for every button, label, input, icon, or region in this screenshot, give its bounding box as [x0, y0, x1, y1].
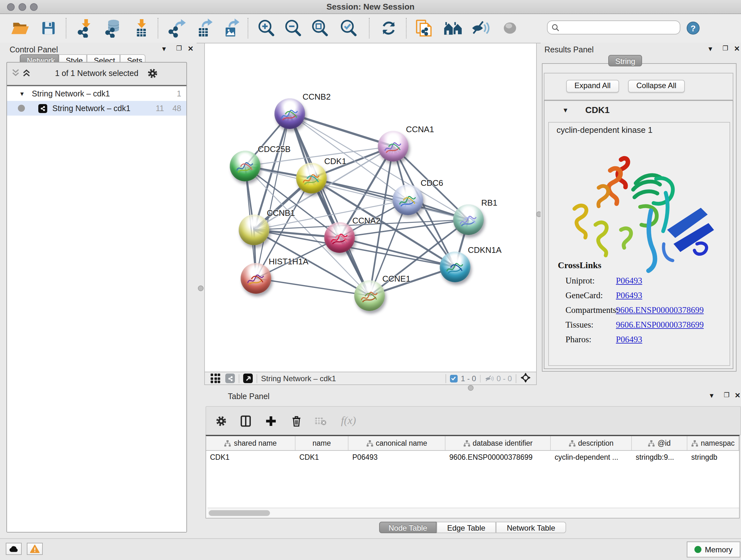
- export-table-button[interactable]: [192, 17, 215, 40]
- warning-status-button[interactable]: [27, 543, 43, 555]
- table-panel-menu-icon[interactable]: ▼: [709, 392, 715, 399]
- graph-node-CCNB1[interactable]: [239, 214, 269, 245]
- graph-node-CDKN1A[interactable]: [440, 252, 470, 282]
- cell-canonical-name[interactable]: P06493: [348, 451, 446, 465]
- crosslink-link[interactable]: P06493: [616, 276, 643, 286]
- table-panel-close-icon[interactable]: ✕: [735, 391, 740, 400]
- splitter-handle-icon[interactable]: [198, 286, 204, 291]
- tab-node-table[interactable]: Node Table: [379, 522, 436, 533]
- grid-view-icon[interactable]: [211, 374, 220, 383]
- crosslink-value: P06493: [616, 334, 643, 345]
- graph-node-CCNA1[interactable]: [378, 131, 408, 162]
- show-columns-icon[interactable]: [236, 411, 255, 430]
- tree-expand-icon[interactable]: ▼: [19, 90, 25, 97]
- splitter-handle-icon[interactable]: [468, 385, 474, 391]
- column-header-canonical-name[interactable]: canonical name: [348, 436, 446, 450]
- vertical-splitter-right[interactable]: [537, 43, 541, 391]
- footer-separator: [516, 374, 516, 383]
- column-header-database-identifier[interactable]: database identifier: [446, 436, 551, 450]
- database-icon: [104, 18, 123, 38]
- control-panel-float-icon[interactable]: ❐: [176, 45, 182, 52]
- scrollbar-thumb[interactable]: [209, 510, 270, 516]
- graph-node-RB1[interactable]: [453, 204, 484, 235]
- column-header-description[interactable]: description: [551, 436, 632, 450]
- table-panel-float-icon[interactable]: ❐: [724, 391, 730, 398]
- crosslink-link[interactable]: P06493: [616, 334, 643, 344]
- tab-edge-table[interactable]: Edge Table: [436, 522, 496, 533]
- column-header-shared-name[interactable]: shared name: [206, 436, 295, 450]
- zoom-fit-button[interactable]: [308, 17, 331, 40]
- crosslink-link[interactable]: 9606.ENSP00000378699: [616, 320, 704, 329]
- tab-network-table[interactable]: Network Table: [496, 522, 566, 533]
- save-session-button[interactable]: [37, 17, 60, 40]
- vertical-splitter-left[interactable]: [197, 43, 204, 538]
- houses-icon: [443, 18, 463, 38]
- graph-node-HIST1H1A[interactable]: [241, 263, 271, 294]
- cell-database-identifier[interactable]: 9606.ENSP00000378699: [446, 451, 551, 465]
- network-collection-row[interactable]: ▼ String Network – cdk1 1: [7, 86, 186, 101]
- horizontal-scrollbar[interactable]: [207, 508, 739, 518]
- network-row-selected[interactable]: String Network – cdk1 11 48: [7, 101, 186, 116]
- column-header--id[interactable]: @id: [632, 436, 687, 450]
- zoom-in-icon: [257, 18, 276, 38]
- zoom-selected-button[interactable]: [337, 17, 360, 40]
- search-field[interactable]: [547, 20, 680, 35]
- graph-node-CDC6[interactable]: [393, 185, 423, 215]
- share-publish-button[interactable]: [412, 17, 435, 40]
- import-network-button[interactable]: [74, 17, 97, 40]
- control-panel-close-icon[interactable]: ✕: [188, 45, 193, 53]
- results-panel-close-icon[interactable]: ✕: [734, 45, 740, 53]
- cloud-status-button[interactable]: [6, 543, 22, 555]
- hide-graphics-button[interactable]: [468, 17, 491, 40]
- export-network-button[interactable]: [165, 17, 188, 40]
- cell-name[interactable]: CDK1: [295, 451, 348, 465]
- crosslink-value: P06493: [616, 291, 643, 301]
- selected-checkbox-icon[interactable]: [450, 374, 458, 382]
- import-table-button[interactable]: [130, 17, 152, 40]
- expand-all-button[interactable]: Expand All: [566, 80, 619, 92]
- control-panel-menu-icon[interactable]: ▼: [161, 45, 167, 52]
- save-floppy-icon: [40, 19, 57, 37]
- results-panel-menu-icon[interactable]: ▼: [707, 45, 714, 52]
- refresh-view-button[interactable]: [377, 17, 400, 40]
- graph-node-CCNE1[interactable]: [354, 280, 385, 311]
- graph-node-CCNB2[interactable]: [274, 98, 305, 129]
- column-header-namespac[interactable]: namespac: [687, 436, 739, 450]
- title-bar[interactable]: Session: New Session: [0, 0, 741, 14]
- open-session-button[interactable]: [8, 17, 31, 40]
- zoom-out-button[interactable]: [281, 17, 305, 40]
- graph-node-CDK1[interactable]: [296, 163, 327, 193]
- results-panel-float-icon[interactable]: ❐: [723, 45, 728, 52]
- export-image-button[interactable]: [219, 17, 242, 40]
- table-settings-gear-icon[interactable]: [211, 411, 230, 430]
- horizontal-splitter[interactable]: [204, 384, 741, 391]
- network-canvas[interactable]: CCNB2CCNA1CDC25BCDK1CDC6RB1CCNB1CCNA2CDK…: [204, 43, 537, 372]
- delete-column-trash-icon[interactable]: [286, 411, 306, 430]
- memory-button[interactable]: Memory: [687, 542, 740, 557]
- footer-separator: [446, 374, 446, 383]
- crosslink-link[interactable]: P06493: [616, 291, 643, 300]
- crosslink-link[interactable]: 9606.ENSP00000378699: [616, 305, 704, 315]
- search-input[interactable]: [560, 22, 680, 33]
- cell--id[interactable]: stringdb:9...: [632, 451, 687, 465]
- cell-namespac[interactable]: stringdb: [687, 451, 739, 465]
- table-row[interactable]: CDK1CDK1P064939606.ENSP00000378699cyclin…: [206, 451, 739, 465]
- tree-options-gear-icon[interactable]: [147, 68, 158, 82]
- collapse-all-button[interactable]: Collapse All: [628, 80, 684, 92]
- help-button[interactable]: ?: [684, 19, 702, 37]
- section-collapse-icon[interactable]: ▼: [562, 107, 569, 114]
- graph-node-CDC25B[interactable]: [230, 151, 260, 181]
- node-position-crosshair-icon[interactable]: [520, 372, 531, 385]
- network-type-share-icon[interactable]: [225, 374, 235, 383]
- graph-node-CCNA2[interactable]: [324, 222, 355, 253]
- zoom-in-button[interactable]: [255, 17, 278, 40]
- tab-string[interactable]: String: [608, 55, 643, 66]
- add-column-plus-icon[interactable]: [261, 411, 280, 430]
- cell-description[interactable]: cyclin-dependent ...: [551, 451, 632, 465]
- show-graphics-button[interactable]: [498, 17, 522, 40]
- cell-shared-name[interactable]: CDK1: [206, 451, 295, 465]
- import-network-from-database-button[interactable]: [102, 17, 125, 40]
- network-overview-button[interactable]: [442, 17, 465, 40]
- birdseye-view-icon[interactable]: [243, 374, 253, 383]
- column-header-name[interactable]: name: [295, 436, 348, 450]
